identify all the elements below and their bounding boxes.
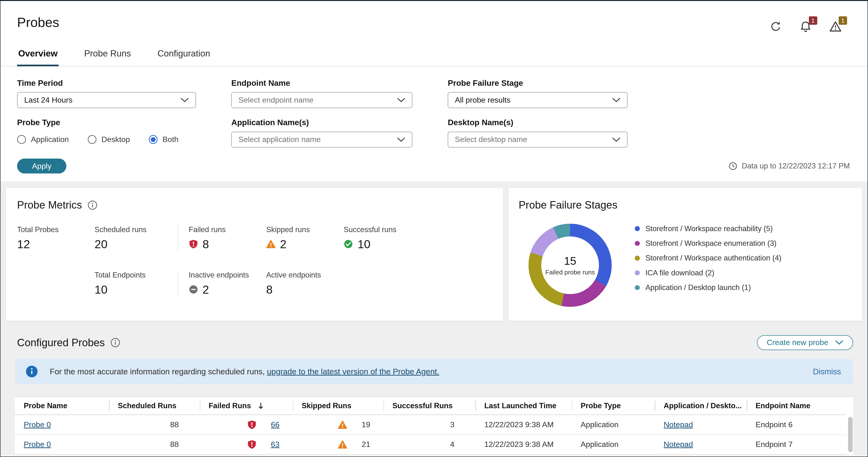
radio-icon [88,135,97,144]
radio-both[interactable]: Both [149,135,179,144]
warning-icon [266,239,276,249]
probe-failure-stages-card: Probe Failure Stages 15 Failed probe run… [508,188,862,321]
failure-stages-donut: 15 Failed probe runs [528,224,612,306]
info-icon[interactable] [88,200,97,210]
radio-icon [149,135,158,144]
col-header-last-launched-time[interactable]: Last Launched Time [475,397,572,415]
cell-skipped-runs: 19 [293,415,384,435]
metric-value: 10 [344,237,492,251]
failed-runs-link[interactable]: 66 [271,420,280,429]
tab-probe-runs[interactable]: Probe Runs [83,44,132,66]
filters-grid: Time Period Last 24 Hours Endpoint Name … [17,73,851,148]
alerts-button[interactable]: 1 [799,20,812,33]
cell-probe-name: Probe 0 [15,435,109,455]
metric-value: 2 [189,283,266,296]
metric-label: Total Endpoints [94,271,178,280]
probes-table: Probe NameScheduled RunsFailed RunsSkipp… [15,397,845,455]
metric-inactive-endpoints: Inactive endpoints2 [189,271,266,296]
legend-dot [635,285,640,290]
probe-metrics-title: Probe Metrics [17,199,82,211]
metric-total-endpoints: Total Endpoints10 [94,271,178,296]
legend-item-storefront-workspace-authentication-4: Storefront / Workspace authentication (4… [635,254,781,262]
banner-message: For the most accurate information regard… [50,367,267,376]
col-header-probe-type[interactable]: Probe Type [572,397,655,415]
col-header-successful-runs[interactable]: Successful Runs [383,397,475,415]
radio-label: Desktop [101,135,130,144]
inactive-icon [189,285,198,294]
legend-label: ICA file download (2) [645,269,714,277]
probe-name-link[interactable]: Probe 0 [24,440,51,449]
apply-button[interactable]: Apply [17,159,66,173]
info-filled-icon [26,366,37,377]
metric-failed-runs: Failed runs8 [189,225,266,251]
probes-table-wrap: Probe NameScheduled RunsFailed RunsSkipp… [15,396,853,455]
metrics-divider [178,271,178,296]
warnings-count-badge: 1 [839,17,847,25]
metric-label: Total Probes [17,225,94,234]
metric-value: 10 [94,283,178,296]
table-scrollbar-thumb[interactable] [848,417,852,452]
col-header-scheduled-runs[interactable]: Scheduled Runs [109,397,200,415]
metrics-row-1: Total Probes12Scheduled runs20Failed run… [6,225,503,251]
filter-application-names: Application Name(s) Select application n… [231,108,412,148]
cell-endpoint-name: Endpoint 6 [747,415,845,435]
probe-failure-stage-value: All probe results [455,96,510,104]
upgrade-link[interactable]: upgrade to the latest version of the Pro… [267,367,439,376]
dismiss-link[interactable]: Dismiss [813,367,842,376]
table-row: Probe 0886619312/22/2023 9:38 AMApplicat… [15,415,845,435]
create-new-probe-button[interactable]: Create new probe [757,335,853,350]
configured-probes-title-row: Configured Probes [17,337,120,349]
time-period-select[interactable]: Last 24 Hours [17,92,196,108]
desktop-names-select[interactable]: Select desktop name [448,132,627,148]
legend-dot [635,256,640,261]
metric-label: Failed runs [189,225,266,234]
radio-desktop[interactable]: Desktop [88,135,130,144]
radio-label: Application [31,135,69,144]
col-header-skipped-runs[interactable]: Skipped Runs [293,397,384,415]
time-period-label: Time Period [17,78,196,88]
cell-application-desktop: Notepad [655,435,747,455]
application-link[interactable]: Notepad [663,440,693,449]
page-header: Probes 1 1 [0,1,868,33]
probe-failure-stage-select[interactable]: All probe results [448,92,627,108]
col-header-failed-runs[interactable]: Failed Runs [200,397,293,415]
col-header-probe-name[interactable]: Probe Name [15,397,109,415]
failed-icon [247,440,256,449]
tab-overview[interactable]: Overview [17,44,59,66]
refresh-button[interactable] [769,20,782,33]
cell-last-launched-time: 12/22/2023 9:38 AM [475,415,572,435]
failed-runs-link[interactable]: 63 [271,440,280,449]
cell-probe-type: Application [572,435,655,455]
application-names-select[interactable]: Select application name [231,132,412,148]
chevron-down-icon [397,98,405,103]
tab-bar: Overview Probe Runs Configuration [0,44,868,66]
filters-section: Time Period Last 24 Hours Endpoint Name … [0,66,868,182]
endpoint-name-select[interactable]: Select endpoint name [231,92,412,108]
metric-label: Inactive endpoints [189,271,266,280]
configured-probes-title: Configured Probes [17,337,105,349]
table-scrollbar[interactable] [848,417,852,452]
table-row: Probe 0886321412/22/2023 9:38 AMApplicat… [15,435,845,455]
cell-scheduled-runs: 88 [109,435,200,455]
success-icon [344,239,353,249]
chevron-down-icon [612,137,621,142]
info-icon[interactable] [111,337,120,348]
radio-application[interactable]: Application [17,135,69,144]
warnings-button[interactable]: 1 [829,20,842,33]
radio-icon [17,135,26,144]
col-header-application-desktop[interactable]: Application / Deskto... [655,397,747,415]
cards-row: Probe Metrics Total Probes12Scheduled ru… [6,188,862,321]
tab-configuration[interactable]: Configuration [156,44,211,66]
header-actions: 1 1 [769,20,842,33]
desktop-names-label: Desktop Name(s) [448,118,627,127]
application-link[interactable]: Notepad [663,420,693,429]
col-header-endpoint-name[interactable]: Endpoint Name [747,397,845,415]
upgrade-banner: For the most accurate information regard… [15,359,853,385]
failure-stages-title-row: Probe Failure Stages [508,199,862,211]
donut-center: 15 Failed probe runs [541,236,599,294]
probes-page: Probes 1 1 [0,0,868,457]
cell-endpoint-name: Endpoint 7 [747,435,845,455]
sort-desc-icon[interactable] [257,402,264,410]
probe-name-link[interactable]: Probe 0 [24,420,51,429]
metric-value: 8 [266,283,344,296]
